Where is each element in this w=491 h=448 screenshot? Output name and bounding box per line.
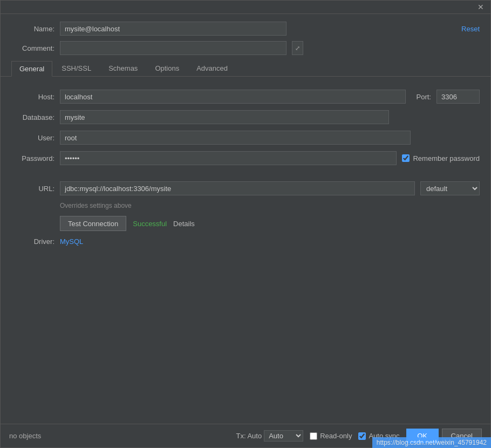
tab-advanced[interactable]: Advanced bbox=[188, 60, 236, 76]
title-bar: ✕ bbox=[1, 1, 490, 14]
general-tab-content: Host: Port: Database: User: Password: bbox=[11, 82, 480, 418]
tab-general[interactable]: General bbox=[11, 61, 52, 77]
port-input[interactable] bbox=[437, 90, 480, 104]
name-label: Name: bbox=[11, 25, 54, 33]
user-row: User: bbox=[11, 131, 480, 145]
host-label: Host: bbox=[11, 93, 54, 101]
test-connection-button[interactable]: Test Connection bbox=[60, 216, 126, 231]
close-button[interactable]: ✕ bbox=[475, 3, 486, 11]
comment-input[interactable] bbox=[60, 41, 287, 55]
database-input[interactable] bbox=[60, 110, 389, 124]
tab-ssh-ssl[interactable]: SSH/SSL bbox=[53, 60, 99, 76]
tx-auto-container: Tx: Auto Auto Manual bbox=[236, 430, 303, 442]
dialog-content: Name: Reset Comment: ⤢ General SSH/SSL S… bbox=[1, 14, 490, 424]
remember-label[interactable]: Remember password bbox=[413, 154, 480, 162]
tab-options[interactable]: Options bbox=[147, 60, 187, 76]
url-input[interactable] bbox=[60, 181, 415, 195]
database-label: Database: bbox=[11, 113, 54, 121]
name-input[interactable] bbox=[60, 22, 287, 36]
spacer bbox=[11, 172, 480, 175]
port-label: Port: bbox=[417, 93, 431, 101]
reset-link[interactable]: Reset bbox=[461, 25, 480, 33]
password-input[interactable] bbox=[60, 151, 397, 165]
test-connection-row: Test Connection Successful Details bbox=[60, 216, 480, 231]
remember-row: Remember password bbox=[402, 154, 480, 162]
database-row: Database: bbox=[11, 110, 480, 124]
auto-sync-checkbox[interactable] bbox=[358, 432, 366, 440]
details-link[interactable]: Details bbox=[173, 220, 195, 228]
tab-schemas[interactable]: Schemas bbox=[100, 60, 146, 76]
watermark: https://blog.csdn.net/weixin_45791942 bbox=[372, 437, 491, 448]
url-row: URL: default custom bbox=[11, 181, 480, 195]
password-label: Password: bbox=[11, 154, 54, 162]
expand-button[interactable]: ⤢ bbox=[292, 41, 303, 55]
tx-dropdown[interactable]: Auto Manual bbox=[264, 430, 303, 442]
url-label: URL: bbox=[11, 185, 54, 193]
read-only-label[interactable]: Read-only bbox=[310, 432, 352, 440]
read-only-text: Read-only bbox=[320, 432, 352, 440]
host-row: Host: Port: bbox=[11, 90, 480, 104]
comment-label: Comment: bbox=[11, 44, 54, 52]
user-label: User: bbox=[11, 134, 54, 142]
success-text: Successful bbox=[133, 220, 167, 228]
no-objects-text: no objects bbox=[9, 432, 236, 440]
host-input[interactable] bbox=[60, 90, 406, 104]
driver-row: Driver: MySQL bbox=[11, 237, 480, 246]
remember-checkbox[interactable] bbox=[402, 154, 410, 162]
tabs-container: General SSH/SSL Schemas Options Advanced bbox=[1, 60, 490, 77]
driver-label: Driver: bbox=[11, 237, 54, 246]
read-only-checkbox[interactable] bbox=[310, 432, 317, 440]
overrides-text: Overrides settings above bbox=[60, 202, 480, 209]
name-row: Name: Reset bbox=[11, 22, 480, 36]
password-row: Password: Remember password bbox=[11, 151, 480, 165]
url-dropdown[interactable]: default custom bbox=[420, 181, 480, 195]
tx-label: Tx: Auto bbox=[236, 432, 262, 440]
driver-link[interactable]: MySQL bbox=[60, 237, 83, 246]
comment-row: Comment: ⤢ bbox=[11, 41, 480, 55]
user-input[interactable] bbox=[60, 131, 411, 145]
